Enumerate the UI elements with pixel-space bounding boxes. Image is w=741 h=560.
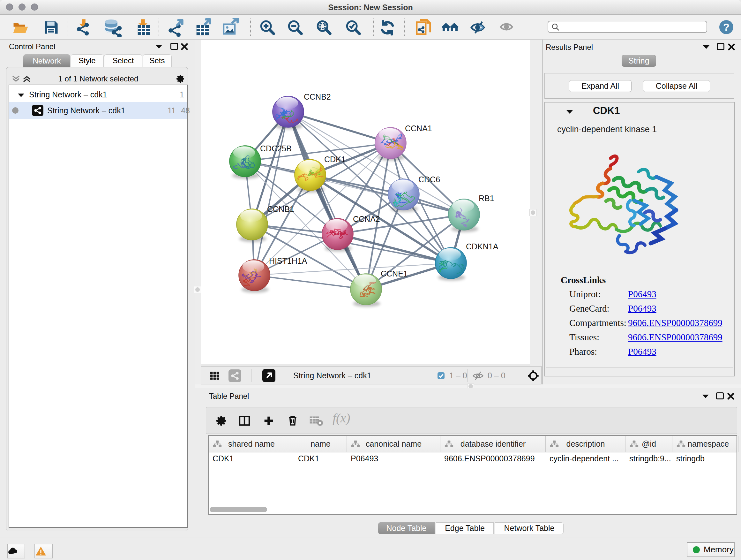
svg-text:CCNB2: CCNB2 [304,92,331,101]
svg-text:CCNB1: CCNB1 [267,205,294,213]
svg-text:CDC25B: CDC25B [260,144,292,153]
svg-text:HIST1H1A: HIST1H1A [269,256,307,265]
svg-text:CDK1: CDK1 [324,155,346,164]
svg-text:CCNA2: CCNA2 [353,214,380,224]
svg-text:RB1: RB1 [479,194,494,203]
svg-text:CDKN1A: CDKN1A [466,242,498,251]
svg-text:CCNA1: CCNA1 [405,124,432,133]
svg-text:CCNE1: CCNE1 [381,269,408,278]
svg-text:CDC6: CDC6 [418,175,440,184]
